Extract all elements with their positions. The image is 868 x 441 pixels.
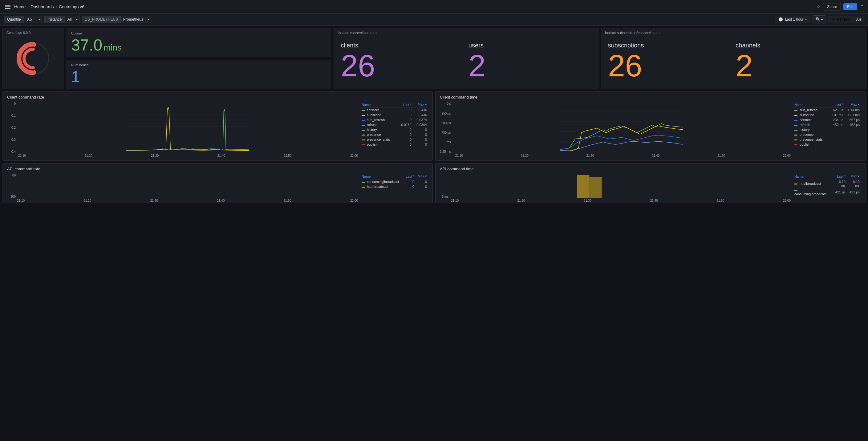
refresh-label: Refresh xyxy=(837,17,850,22)
quantile-group: Quantile 0.5 0.9 0.99 xyxy=(4,16,42,23)
client-cmd-rate-legend-table: Name Last * Max ▾ connect 0 0.436 subscr… xyxy=(361,102,428,147)
api-cmd-rate-inner: 100 80 21:10 xyxy=(7,174,428,198)
list-item: subscribe 1.01 ms 1.01 ms xyxy=(793,113,861,117)
legend-last-cell: 6.19 ms xyxy=(833,179,847,188)
centrifugo-logo xyxy=(15,40,52,77)
legend-name-cell: sub_refresh xyxy=(793,107,828,113)
logo-panel: Centrifugo 6.0.0 xyxy=(2,28,64,89)
api-cmd-time-legend: Name Last * Max ▾ http|broadcast 6.19 ms… xyxy=(793,174,861,198)
breadcrumb: Home › Dashboards › Centrifugo v6 xyxy=(14,4,814,9)
client-cmd-rate-panel: Client command rate 0.4 0.3 0.2 0.1 0 xyxy=(2,91,433,161)
collapse-icon[interactable]: ⌃ xyxy=(860,3,864,10)
legend-name-cell: consuming|broadcast xyxy=(361,179,404,185)
edit-button[interactable]: Edit xyxy=(843,3,857,10)
time-range-label: Last 1 hour xyxy=(785,17,803,22)
legend-name-cell: presence xyxy=(793,132,828,137)
zoom-out-button[interactable]: 🔍− xyxy=(812,15,826,23)
legend-name-header: Name xyxy=(361,102,397,107)
ds-label: DS_PROMETHEUS xyxy=(82,16,121,23)
api-cmd-rate-legend-table: Name Last * Max ▾ consuming|broadcast 0 … xyxy=(361,174,428,189)
legend-name-cell: presence_stats xyxy=(793,137,828,142)
legend-last-cell: 0 xyxy=(397,137,413,142)
legend-max-cell: 1.01 ms xyxy=(845,113,861,117)
legend-max-cell: 0 xyxy=(415,184,428,189)
datasource-group: DS_PROMETHEUS Prometheus xyxy=(82,16,151,23)
client-cmd-rate-yaxis: 0.4 0.3 0.2 0.1 0 xyxy=(7,102,17,153)
list-item: presence xyxy=(793,132,861,137)
uptime-unit: mins xyxy=(103,43,122,52)
legend-name-cell: consuming|broadcast xyxy=(793,188,833,196)
client-cmd-time-legend: Name Last * Max ▾ sub_refresh 425 μs 1.1… xyxy=(793,102,861,157)
act-legend-name-header: Name xyxy=(793,174,833,179)
time-range-picker[interactable]: 🕐 Last 1 hour ▾ xyxy=(775,16,810,23)
legend-last-cell: 0 xyxy=(397,107,413,113)
list-item: history xyxy=(793,127,861,132)
numnodes-value: 1 xyxy=(71,68,327,86)
legend-name-cell: connect xyxy=(361,107,397,113)
list-item: consuming|broadcast 421 μs 421 μs xyxy=(793,188,861,196)
client-cmd-rate-title: Client command rate xyxy=(7,95,428,99)
legend-max-cell: 0 xyxy=(413,142,428,147)
client-cmd-rate-inner: 0.4 0.3 0.2 0.1 0 xyxy=(7,102,428,157)
legend-name-cell: subscribe xyxy=(793,113,828,117)
client-cmd-time-yaxis: 1.25 ms 1 ms 750 μs 500 μs 250 μs 0 s xyxy=(440,102,452,153)
numnodes-title: Num nodes xyxy=(71,63,327,67)
prometheus-select[interactable]: Prometheus xyxy=(121,16,151,23)
api-cmd-rate-chart-area: 100 80 21:10 xyxy=(7,174,358,198)
client-cmd-time-title: Client command time xyxy=(440,95,861,99)
legend-name-cell: refresh xyxy=(361,122,397,127)
legend-last-cell: 0.0182 xyxy=(397,122,413,127)
legend-max-cell: 452 μs xyxy=(845,122,861,127)
refresh-icon: ↺ xyxy=(832,17,835,22)
client-cmd-time-body: 1.25 ms 1 ms 750 μs 500 μs 250 μs 0 s xyxy=(440,102,791,153)
cct-legend-max-header: Max ▾ xyxy=(845,102,861,107)
acr-legend-max-header: Max ▾ xyxy=(415,174,428,179)
subscriptions-value: 26 xyxy=(608,50,731,81)
refresh-interval[interactable]: 30s xyxy=(853,16,864,23)
legend-max-cell: 0.436 xyxy=(413,113,428,117)
list-item: presence_stats 0 0 xyxy=(361,137,428,142)
dashboards-link[interactable]: Dashboards xyxy=(30,4,54,9)
hamburger-menu[interactable] xyxy=(4,4,12,10)
api-cmd-time-body: 6 ms xyxy=(440,174,791,198)
quantile-select[interactable]: 0.5 0.9 0.99 xyxy=(24,16,42,23)
legend-max-cell xyxy=(845,142,861,147)
users-value: 2 xyxy=(468,50,591,81)
api-cmd-time-panel: API command time 6 ms xyxy=(435,163,866,203)
list-item: presence_stats xyxy=(793,137,861,142)
star-icon[interactable]: ☆ xyxy=(816,4,820,9)
instance-select[interactable]: All xyxy=(65,16,80,23)
legend-name-cell: presence_stats xyxy=(361,137,397,142)
api-cmd-time-title: API command time xyxy=(440,167,861,171)
channels-label: channels xyxy=(736,42,859,49)
topnav: Home › Dashboards › Centrifugo v6 ☆ Shar… xyxy=(0,0,868,13)
uptime-col: Uptime 37.0 mins Num nodes 1 xyxy=(66,28,331,89)
client-cmd-rate-chart-area: 0.4 0.3 0.2 0.1 0 xyxy=(7,102,358,157)
conn-stats-title: Instant connection stats xyxy=(338,31,376,35)
subscriptions-label: subscriptions xyxy=(608,42,731,49)
subscriptions-block: subscriptions 26 xyxy=(606,41,734,86)
legend-name-cell: publish xyxy=(793,142,828,147)
clients-label: clients xyxy=(341,42,464,49)
list-item: refresh 450 μs 452 μs xyxy=(793,122,861,127)
client-cmd-time-svg xyxy=(452,102,791,151)
legend-last-cell: 0 xyxy=(404,179,415,185)
channels-value: 2 xyxy=(736,50,859,81)
sep1: › xyxy=(27,5,29,9)
api-cmd-time-chart-area: 6 ms 21:10 xyxy=(440,174,791,198)
refresh-button[interactable]: ↺ Refresh xyxy=(829,16,853,23)
quantile-label: Quantile xyxy=(4,16,24,23)
client-cmd-time-inner: 1.25 ms 1 ms 750 μs 500 μs 250 μs 0 s xyxy=(440,102,861,157)
share-button[interactable]: Share xyxy=(823,3,841,10)
home-link[interactable]: Home xyxy=(14,4,26,9)
logo-panel-title: Centrifugo 6.0.0 xyxy=(6,31,30,34)
svg-rect-19 xyxy=(590,177,602,198)
client-cmd-time-chart-area: 1.25 ms 1 ms 750 μs 500 μs 250 μs 0 s xyxy=(440,102,791,157)
legend-max-header: Max ▾ xyxy=(413,102,428,107)
clients-value: 26 xyxy=(341,50,464,81)
legend-last-cell: 0 xyxy=(404,184,415,189)
list-item: sub_refresh 425 μs 1.14 ms xyxy=(793,107,861,113)
legend-last-header: Last * xyxy=(397,102,413,107)
legend-last-cell: 421 μs xyxy=(833,188,847,196)
act-legend-max-header: Max ▾ xyxy=(847,174,861,179)
